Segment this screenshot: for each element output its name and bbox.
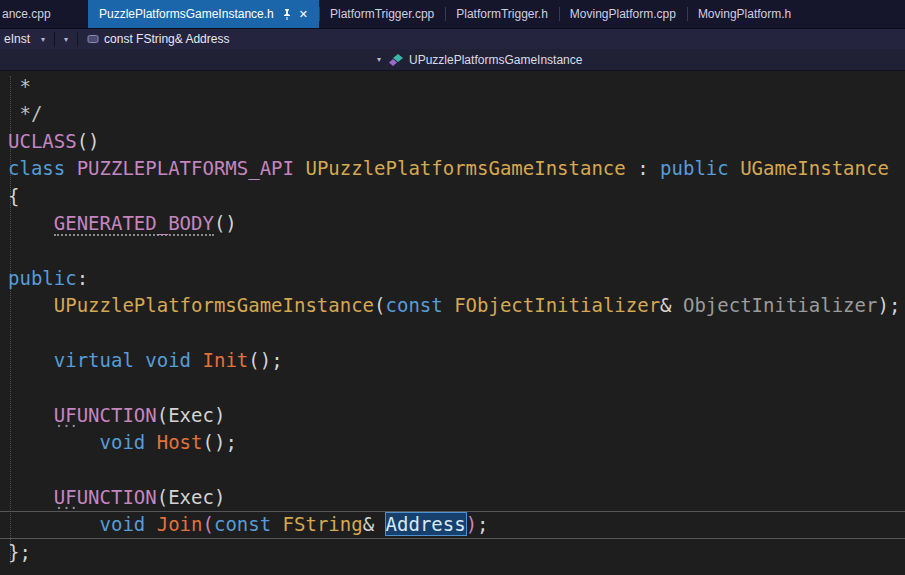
code-token: (): [77, 130, 100, 152]
code-line[interactable]: [0, 237, 905, 264]
code-token: const: [214, 513, 271, 535]
separator: [77, 32, 78, 47]
code-token: [8, 513, 100, 535]
type-navigation-bar: ▾ UPuzzlePlatformsGameInstance: [0, 49, 905, 71]
code-token: void: [100, 431, 146, 453]
code-token: void: [145, 349, 191, 371]
code-token: :: [626, 157, 660, 179]
code-line[interactable]: UCLASS(): [0, 128, 905, 155]
code-line[interactable]: [0, 320, 905, 347]
code-token: [191, 349, 202, 371]
secondary-dropdown[interactable]: ▾: [58, 29, 74, 49]
code-token: FObjectInitializer: [454, 294, 660, 316]
tab-label: MovingPlatform.cpp: [570, 7, 676, 21]
code-token: [8, 349, 54, 371]
tab-movingplatform-cpp[interactable]: MovingPlatform.cpp: [559, 0, 687, 28]
tab-bar: ance.cpp PuzzlePlatformsGameInstance.h ✕…: [0, 0, 905, 28]
code-token: (): [214, 212, 237, 234]
code-line-current[interactable]: void Join(const FString& Address);: [0, 511, 905, 538]
code-token: ();: [248, 349, 282, 371]
code-token: Join: [157, 513, 203, 535]
code-line[interactable]: [0, 374, 905, 401]
code-token: [8, 212, 54, 234]
code-line[interactable]: UPuzzlePlatformsGameInstance(const FObje…: [0, 292, 905, 319]
chevron-down-icon: ▾: [37, 35, 49, 44]
code-line[interactable]: */: [0, 100, 905, 127]
tab-label: PlatformTrigger.h: [456, 7, 548, 21]
code-line[interactable]: class PUZZLEPLATFORMS_API UPuzzlePlatfor…: [0, 155, 905, 182]
code-token: [8, 431, 100, 453]
code-token: [134, 349, 145, 371]
code-token: UGameInstance: [740, 157, 889, 179]
code-line[interactable]: [0, 456, 905, 483]
code-token: UPuzzlePlatformsGameInstance: [54, 294, 374, 316]
chevron-down-icon[interactable]: ▾: [372, 55, 386, 64]
code-token: (Exec): [157, 486, 226, 508]
code-token: PUZZLEPLATFORMS_API: [77, 157, 294, 179]
current-symbol-label: const FString& Address: [104, 32, 229, 46]
tab-platformtrigger-cpp[interactable]: PlatformTrigger.cpp: [319, 0, 445, 28]
type-dropdown-label[interactable]: UPuzzlePlatformsGameInstance: [409, 53, 582, 67]
code-token: public: [660, 157, 729, 179]
code-token: Host: [157, 431, 203, 453]
chevron-down-icon: ▾: [60, 35, 72, 44]
code-token: */: [8, 102, 42, 124]
code-token: public: [8, 267, 77, 289]
code-line[interactable]: public:: [0, 265, 905, 292]
code-line[interactable]: void Host();: [0, 429, 905, 456]
scope-dropdown[interactable]: eInst ▾: [0, 29, 51, 49]
tab-ance-cpp[interactable]: ance.cpp: [0, 0, 88, 28]
scope-dropdown-label: eInst: [2, 32, 30, 46]
code-token: [294, 157, 305, 179]
code-token: &: [363, 513, 386, 535]
code-token: [8, 486, 54, 508]
code-line[interactable]: UFUNCTION(Exec): [0, 484, 905, 511]
separator: [54, 32, 55, 47]
code-line[interactable]: *: [0, 73, 905, 100]
code-line[interactable]: GENERATED_BODY(): [0, 210, 905, 237]
tab-label: PlatformTrigger.cpp: [330, 7, 434, 21]
tab-label: MovingPlatform.h: [698, 7, 791, 21]
code-token: [443, 294, 454, 316]
code-token: void: [100, 513, 146, 535]
context-bar: eInst ▾ ▾ const FString& Address: [0, 28, 905, 49]
code-token: FString: [283, 513, 363, 535]
tab-label: ance.cpp: [2, 7, 51, 21]
code-token: virtual: [54, 349, 134, 371]
code-token: };: [8, 541, 31, 563]
code-token: UFUNCTION: [54, 484, 157, 511]
tab-puzzleplatformsgameinstance-h[interactable]: PuzzlePlatformsGameInstance.h ✕: [88, 0, 319, 28]
vs-window: ance.cpp PuzzlePlatformsGameInstance.h ✕…: [0, 0, 905, 575]
close-icon[interactable]: ✕: [299, 9, 308, 20]
code-token: (: [203, 513, 214, 535]
code-token: Init: [203, 349, 249, 371]
code-token: );: [877, 294, 900, 316]
code-token: [8, 404, 54, 426]
selected-word: Address: [386, 513, 466, 535]
code-token: class: [8, 157, 77, 179]
code-token: ): [466, 513, 477, 535]
code-token: [145, 513, 156, 535]
class-icon: [389, 53, 404, 66]
code-line[interactable]: {: [0, 183, 905, 210]
code-token: (: [374, 294, 385, 316]
code-token: UPuzzlePlatformsGameInstance: [305, 157, 625, 179]
tab-platformtrigger-h[interactable]: PlatformTrigger.h: [445, 0, 559, 28]
code-token: &: [660, 294, 683, 316]
code-token: ;: [477, 513, 488, 535]
code-line[interactable]: };: [0, 539, 905, 566]
code-token: UFUNCTION: [54, 402, 157, 429]
code-token: [271, 513, 282, 535]
code-token: [8, 294, 54, 316]
code-token: :: [77, 267, 88, 289]
code-line[interactable]: UFUNCTION(Exec): [0, 402, 905, 429]
code-token: [145, 431, 156, 453]
code-token: [729, 157, 740, 179]
code-line[interactable]: virtual void Init();: [0, 347, 905, 374]
project-dropdown[interactable]: [0, 49, 372, 70]
pin-icon[interactable]: [282, 9, 292, 20]
code-editor[interactable]: * */UCLASS()class PUZZLEPLATFORMS_API UP…: [0, 71, 905, 575]
code-token: (Exec): [157, 404, 226, 426]
code-token: ();: [203, 431, 237, 453]
tab-movingplatform-h[interactable]: MovingPlatform.h: [687, 0, 802, 28]
